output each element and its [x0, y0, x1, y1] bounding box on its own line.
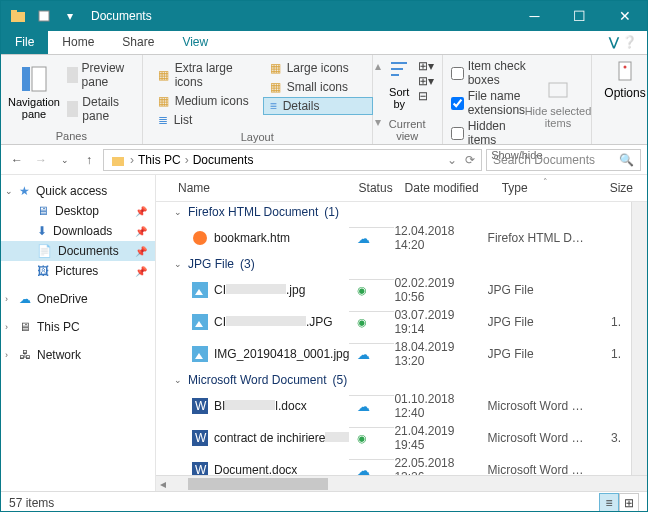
add-columns-button[interactable]: ⊞▾	[418, 74, 434, 88]
group-header[interactable]: ⌄Firefox HTML Document (1)	[156, 202, 631, 222]
layout-medium[interactable]: ▦Medium icons	[151, 92, 261, 110]
svg-point-7	[624, 66, 627, 69]
item-count: 57 items	[9, 496, 54, 510]
file-row[interactable]: Wcontract de inchiriere.docx◉21.04.2019 …	[156, 422, 631, 454]
col-size[interactable]: Size	[599, 181, 637, 195]
layout-group-label: Layout	[151, 131, 364, 143]
svg-rect-3	[22, 67, 30, 91]
file-row[interactable]: IMG_20190418_0001.jpg☁18.04.2019 13:20JP…	[156, 338, 631, 370]
window-title: Documents	[91, 9, 152, 23]
nav-onedrive[interactable]: ›☁OneDrive	[1, 289, 155, 309]
navigation-pane-button[interactable]: Navigation pane	[9, 59, 59, 125]
nav-this-pc[interactable]: ›🖥This PC	[1, 317, 155, 337]
tab-share[interactable]: Share	[108, 31, 168, 54]
group-header[interactable]: ⌄JPG File (3)	[156, 254, 631, 274]
qat-dropdown[interactable]: ▾	[59, 5, 81, 27]
up-button[interactable]: ↑	[79, 150, 99, 170]
tab-view[interactable]: View	[168, 31, 222, 54]
layout-list[interactable]: ≣List	[151, 111, 261, 129]
list-body[interactable]: ⌄Firefox HTML Document (1)bookmark.htm☁1…	[156, 202, 631, 475]
layout-extra-large[interactable]: ▦Extra large icons	[151, 59, 261, 91]
nav-desktop[interactable]: 🖥Desktop📌	[1, 201, 155, 221]
layout-details[interactable]: ≡Details	[263, 97, 373, 115]
status-bar: 57 items ≡ ⊞	[1, 491, 647, 512]
vertical-scrollbar[interactable]	[631, 202, 647, 475]
pin-icon: 📌	[135, 206, 147, 217]
svg-point-9	[193, 231, 207, 245]
file-extensions-toggle[interactable]: File name extensions	[451, 89, 527, 117]
svg-rect-2	[39, 11, 49, 21]
details-pane-button[interactable]: Details pane	[63, 93, 134, 125]
size-columns-button[interactable]: ⊟	[418, 89, 434, 103]
ribbon-tabs: File Home Share View ⋁ ❔	[1, 31, 647, 55]
close-button[interactable]: ✕	[602, 1, 647, 31]
hide-selected-button[interactable]: Hide selected items	[533, 59, 583, 147]
view-thumbnails-button[interactable]: ⊞	[619, 493, 639, 513]
nav-quick-access[interactable]: ⌄★Quick access	[1, 181, 155, 201]
col-type[interactable]: Type	[498, 181, 599, 195]
view-details-button[interactable]: ≡	[599, 493, 619, 513]
file-list: Name Status Date modified Type Size ⌄Fir…	[156, 175, 647, 491]
item-checkboxes-toggle[interactable]: Item check boxes	[451, 59, 527, 87]
group-by-button[interactable]: ⊞▾	[418, 59, 434, 73]
col-status[interactable]: Status	[355, 181, 401, 195]
horizontal-scrollbar[interactable]: ◂	[156, 475, 647, 491]
preview-pane-button[interactable]: Preview pane	[63, 59, 134, 91]
minimize-button[interactable]: ─	[512, 1, 557, 31]
svg-text:W: W	[195, 431, 207, 445]
col-name[interactable]: Name	[174, 181, 355, 195]
breadcrumb-dropdown[interactable]: ⌄	[447, 153, 457, 167]
maximize-button[interactable]: ☐	[557, 1, 602, 31]
help-button[interactable]: ⋁ ❔	[599, 31, 647, 54]
titlebar: ▾ Documents ─ ☐ ✕	[1, 1, 647, 31]
svg-rect-8	[112, 157, 124, 166]
svg-rect-4	[32, 67, 46, 91]
svg-rect-5	[549, 83, 567, 97]
nav-downloads[interactable]: ⬇Downloads📌	[1, 221, 155, 241]
folder-icon	[7, 5, 29, 27]
refresh-button[interactable]: ⟳	[465, 153, 475, 167]
file-row[interactable]: bookmark.htm☁12.04.2018 14:20Firefox HTM…	[156, 222, 631, 254]
svg-text:W: W	[195, 463, 207, 475]
qat-properties[interactable]	[33, 5, 55, 27]
svg-rect-12	[192, 314, 208, 330]
svg-rect-1	[11, 10, 17, 13]
breadcrumb-pc[interactable]: This PC	[138, 153, 181, 167]
col-date[interactable]: Date modified	[401, 181, 498, 195]
breadcrumb-folder[interactable]: Documents	[193, 153, 254, 167]
breadcrumb[interactable]: › This PC › Documents ⌄ ⟳	[103, 149, 482, 171]
address-bar: ← → ⌄ ↑ › This PC › Documents ⌄ ⟳ Search…	[1, 145, 647, 175]
file-row[interactable]: CI.JPG◉03.07.2019 19:14JPG File1.	[156, 306, 631, 338]
svg-rect-14	[192, 346, 208, 362]
options-button[interactable]: Options	[600, 59, 648, 100]
nav-documents[interactable]: 📄Documents📌	[1, 241, 155, 261]
svg-rect-0	[11, 12, 25, 22]
current-view-label: Current view	[381, 118, 434, 142]
recent-button[interactable]: ⌄	[55, 150, 75, 170]
search-input[interactable]: Search Documents 🔍	[486, 149, 641, 171]
svg-text:W: W	[195, 399, 207, 413]
navigation-pane: ⌄★Quick access 🖥Desktop📌 ⬇Downloads📌 📄Do…	[1, 175, 156, 491]
ribbon: Navigation pane Preview pane Details pan…	[1, 55, 647, 145]
file-row[interactable]: WDocument.docx☁22.05.2018 13:26Microsoft…	[156, 454, 631, 475]
tab-file[interactable]: File	[1, 31, 48, 54]
forward-button[interactable]: →	[31, 150, 51, 170]
sort-by-button[interactable]: Sort by	[381, 59, 418, 110]
panes-group-label: Panes	[9, 130, 134, 142]
pin-icon: 📌	[135, 266, 147, 277]
tab-home[interactable]: Home	[48, 31, 108, 54]
search-icon: 🔍	[619, 153, 634, 167]
back-button[interactable]: ←	[7, 150, 27, 170]
pin-icon: 📌	[135, 246, 147, 257]
pin-icon: 📌	[135, 226, 147, 237]
file-row[interactable]: WBIl.docx☁01.10.2018 12:40Microsoft Word…	[156, 390, 631, 422]
svg-rect-6	[619, 62, 631, 80]
file-row[interactable]: CI.jpg◉02.02.2019 10:56JPG File	[156, 274, 631, 306]
group-header[interactable]: ⌄Microsoft Word Document (5)	[156, 370, 631, 390]
nav-network[interactable]: ›🖧Network	[1, 345, 155, 365]
column-headers: Name Status Date modified Type Size	[156, 175, 647, 202]
layout-large[interactable]: ▦Large icons	[263, 59, 373, 77]
layout-small[interactable]: ▦Small icons	[263, 78, 373, 96]
nav-pictures[interactable]: 🖼Pictures📌	[1, 261, 155, 281]
hidden-items-toggle[interactable]: Hidden items	[451, 119, 527, 147]
